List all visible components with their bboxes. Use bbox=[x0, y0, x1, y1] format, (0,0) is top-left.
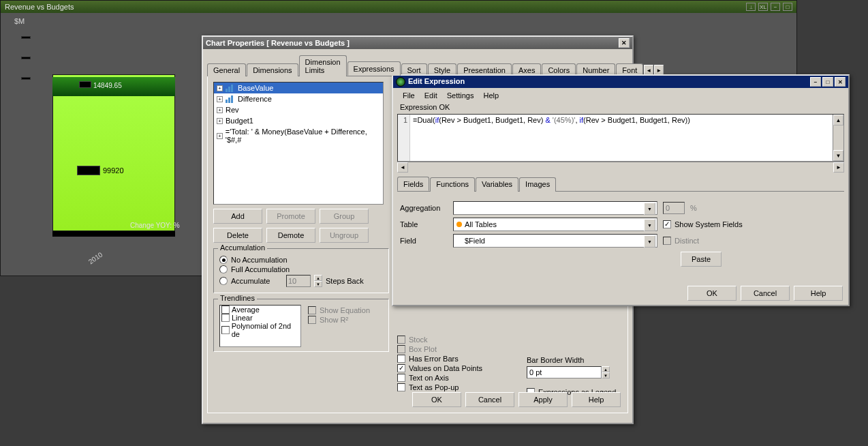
ungroup-button[interactable]: Ungroup bbox=[320, 228, 369, 243]
ok-button[interactable]: OK bbox=[687, 286, 737, 301]
paste-button[interactable]: Paste bbox=[681, 252, 722, 267]
expression-item-total[interactable]: + ='Total: ' & Money(BaseValue + Differe… bbox=[214, 126, 383, 145]
editor-scrollbar-vertical[interactable]: ▲▼ bbox=[833, 115, 843, 161]
sub-tab-strip: Fields Functions Variables Images bbox=[397, 177, 844, 192]
expression-item-rev[interactable]: + Rev bbox=[214, 104, 383, 115]
expression-item-budget1[interactable]: + Budget1 bbox=[214, 115, 383, 126]
aggregation-combo[interactable] bbox=[453, 201, 657, 215]
tree-expand-icon[interactable]: + bbox=[217, 133, 223, 139]
chart-window-titlebar[interactable]: Revenue vs Budgets ⟂ XL − □ bbox=[1, 1, 796, 13]
tab-variables[interactable]: Variables bbox=[476, 177, 518, 192]
checkbox-show-system-fields[interactable] bbox=[663, 220, 671, 228]
radio-accumulate[interactable] bbox=[219, 277, 228, 285]
app-icon bbox=[396, 77, 405, 87]
ok-button[interactable]: OK bbox=[412, 392, 461, 407]
chart-bar bbox=[52, 74, 175, 231]
checkbox[interactable] bbox=[221, 306, 230, 314]
bar-chart-icon bbox=[226, 84, 235, 92]
maximize-icon[interactable]: □ bbox=[783, 3, 792, 11]
checkbox-text-as-popup[interactable] bbox=[397, 383, 405, 391]
trendline-item-linear[interactable]: Linear bbox=[220, 314, 300, 322]
fields-form: Aggregation 0 % Table All Tables Show Sy… bbox=[397, 192, 844, 269]
tab-expressions[interactable]: Expressions bbox=[347, 61, 401, 76]
tree-expand-icon[interactable]: + bbox=[217, 118, 223, 124]
table-combo[interactable]: All Tables bbox=[453, 218, 657, 231]
values-on-data-points-label: Values on Data Points bbox=[409, 364, 482, 372]
pin-icon[interactable]: ⟂ bbox=[746, 3, 756, 11]
close-icon[interactable]: ✕ bbox=[619, 38, 630, 48]
trendline-item-poly2[interactable]: Polynomial of 2nd de bbox=[220, 322, 300, 338]
checkbox[interactable] bbox=[221, 314, 230, 322]
menu-edit[interactable]: Edit bbox=[424, 91, 437, 100]
field-combo[interactable]: $Field bbox=[453, 234, 657, 248]
help-button[interactable]: Help bbox=[572, 392, 621, 407]
close-icon[interactable]: ✕ bbox=[835, 77, 846, 87]
demote-button[interactable]: Demote bbox=[266, 228, 315, 243]
apply-button[interactable]: Apply bbox=[518, 392, 568, 407]
expression-item-basevalue[interactable]: + BaseValue bbox=[214, 83, 383, 93]
xl-icon[interactable]: XL bbox=[758, 3, 768, 11]
checkbox-show-equation bbox=[308, 306, 316, 314]
menu-help[interactable]: Help bbox=[483, 91, 499, 100]
radio-full-accumulation-label: Full Accumulation bbox=[231, 265, 290, 273]
delete-button[interactable]: Delete bbox=[213, 228, 262, 243]
expression-label: Difference bbox=[238, 95, 272, 103]
help-button[interactable]: Help bbox=[794, 286, 843, 301]
x-axis-label: Change YOY: % bbox=[130, 222, 180, 229]
checkbox-box-plot bbox=[397, 345, 405, 353]
radio-full-accumulation[interactable] bbox=[219, 265, 228, 273]
table-indicator-icon bbox=[456, 222, 462, 227]
tab-dimension-limits[interactable]: Dimension Limits bbox=[299, 55, 347, 76]
show-system-fields-label: Show System Fields bbox=[675, 220, 743, 228]
steps-back-input[interactable]: 10 bbox=[286, 275, 311, 287]
checkbox-has-error-bars[interactable] bbox=[397, 355, 405, 363]
steps-spinner[interactable]: ▲▼ bbox=[314, 275, 322, 287]
tree-expand-icon[interactable]: + bbox=[217, 85, 223, 91]
trendlines-group: Trendlines Average Linear Polynomial of … bbox=[213, 299, 389, 352]
tab-images[interactable]: Images bbox=[519, 177, 556, 192]
expression-item-difference[interactable]: + Difference bbox=[214, 93, 383, 104]
cancel-button[interactable]: Cancel bbox=[465, 392, 514, 407]
display-options: Stock Box Plot Has Error Bars Values on … bbox=[397, 334, 482, 393]
minimize-icon[interactable]: − bbox=[810, 77, 821, 87]
maximize-icon[interactable]: □ bbox=[822, 77, 833, 87]
tab-general[interactable]: General bbox=[207, 63, 246, 76]
checkbox-text-on-axis[interactable] bbox=[397, 374, 405, 382]
tab-functions[interactable]: Functions bbox=[430, 177, 475, 192]
menu-settings[interactable]: Settings bbox=[447, 91, 474, 100]
expression-list[interactable]: + BaseValue + Difference + Rev + Budget1… bbox=[213, 82, 384, 205]
checkbox[interactable] bbox=[221, 326, 230, 334]
checkbox-stock bbox=[397, 336, 405, 344]
text-as-popup-label: Text as Pop-up bbox=[409, 383, 459, 391]
expression-label: Budget1 bbox=[226, 117, 253, 125]
expression-editor[interactable]: 1 =Dual(if(Rev > Budget1, Budget1, Rev) … bbox=[397, 114, 844, 162]
group-button[interactable]: Group bbox=[320, 209, 369, 224]
radio-accumulate-label: Accumulate bbox=[231, 277, 283, 285]
tree-expand-icon[interactable]: + bbox=[217, 107, 223, 113]
add-button[interactable]: Add bbox=[213, 209, 262, 224]
cancel-button[interactable]: Cancel bbox=[741, 286, 790, 301]
aggregation-label: Aggregation bbox=[400, 204, 448, 212]
scale-marks bbox=[21, 36, 33, 98]
trendlines-group-title: Trendlines bbox=[218, 294, 257, 302]
bar-border-width-input[interactable]: 0 pt bbox=[527, 366, 602, 378]
chart-properties-titlebar[interactable]: Chart Properties [ Revenue vs Budgets ] … bbox=[203, 37, 632, 49]
data-label-marker-1 bbox=[79, 81, 91, 88]
trendlines-list[interactable]: Average Linear Polynomial of 2nd de bbox=[219, 305, 301, 347]
editor-code[interactable]: =Dual(if(Rev > Budget1, Budget1, Rev) & … bbox=[410, 115, 833, 161]
tab-dimensions[interactable]: Dimensions bbox=[247, 63, 298, 76]
tree-expand-icon[interactable]: + bbox=[217, 96, 223, 102]
bar-border-spinner[interactable]: ▲▼ bbox=[602, 366, 610, 378]
minimize-icon[interactable]: − bbox=[771, 3, 780, 11]
checkbox-distinct bbox=[663, 237, 671, 245]
promote-button[interactable]: Promote bbox=[266, 209, 315, 224]
edit-expression-titlebar[interactable]: Edit Expression − □ ✕ bbox=[393, 76, 848, 88]
steps-back-label: Steps Back bbox=[326, 277, 364, 285]
checkbox-values-on-data-points[interactable] bbox=[397, 364, 405, 372]
tab-fields[interactable]: Fields bbox=[397, 177, 429, 191]
editor-scrollbar-horizontal[interactable]: ◄► bbox=[397, 162, 844, 173]
bar-chart-icon bbox=[226, 95, 235, 103]
radio-no-accumulation[interactable] bbox=[219, 256, 228, 264]
menu-file[interactable]: File bbox=[403, 91, 415, 100]
trendline-item-average[interactable]: Average bbox=[220, 306, 300, 314]
